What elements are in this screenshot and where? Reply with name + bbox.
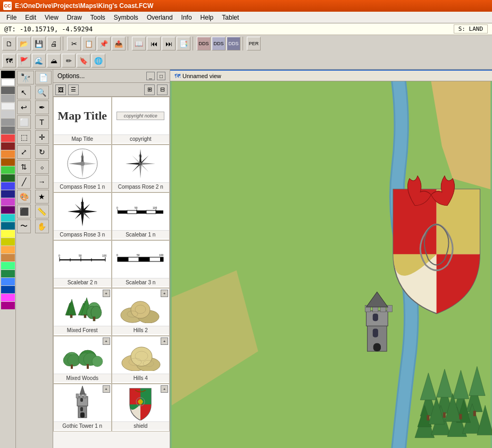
swatch-pink[interactable] [1,294,15,301]
swatch-orange[interactable] [1,150,15,158]
tb-export-button[interactable]: 📤 [112,37,126,50]
tb-save-button[interactable]: 💾 [32,37,46,50]
tb-cut-button[interactable]: ✂ [67,37,81,50]
symbol-mixed-woods[interactable]: + [53,336,112,384]
menu-overland[interactable]: Overland [143,13,177,22]
panel-maximize-btn[interactable]: □ [157,72,165,80]
symbol-mixed-forest[interactable]: + [53,288,112,336]
sp-pen-icon[interactable]: ✒ [35,100,49,114]
swatch-yellow[interactable] [1,230,15,238]
tb-next-button[interactable]: ⏭ [162,37,176,50]
swatch-midgreen[interactable] [1,270,15,277]
tb-bookmark-button[interactable]: 🔖 [77,54,90,67]
sp-rotate-icon[interactable]: ↻ [35,145,49,159]
menu-edit[interactable]: Edit [21,13,40,22]
swatch-purple[interactable] [1,198,15,206]
swatch-gray1[interactable] [1,87,15,94]
swatch-red[interactable] [1,134,15,142]
sp-select-icon[interactable]: ⬚ [17,130,31,144]
swatch-blue[interactable] [1,182,15,190]
tb-mountain-button[interactable]: ⛰ [47,54,61,67]
swatch-gray3[interactable] [1,111,15,118]
sp-measure-icon[interactable]: 📏 [35,205,49,218]
swatch-lightgray[interactable] [1,103,15,110]
tb-dds-button[interactable]: DDS [197,37,211,50]
swatch-cyan[interactable] [1,214,15,222]
symbol-scalebar3[interactable]: 0 50 100 Scalebar 3 n [112,240,170,288]
menu-help[interactable]: Help [196,13,218,22]
swatch-lightorange[interactable] [1,246,15,253]
sp-move-icon[interactable]: ✛ [35,130,49,144]
sp-eraser-icon[interactable]: ⬜ [17,115,31,129]
menu-tablet[interactable]: Tablet [218,13,243,22]
swatch-lightblue[interactable] [1,278,15,285]
symbol-map-title[interactable]: Map Title Map Title [53,97,112,145]
sym-panel-img-btn[interactable]: 🖼 [55,84,66,95]
symbol-hills4[interactable]: + Hills 4 [112,336,170,384]
sp-layer-btn[interactable]: 📄 [35,71,52,84]
symbol-grid-container[interactable]: Map Title Map Title copyright notice cop… [53,97,170,448]
tb-open-button[interactable]: 📂 [17,37,31,50]
menu-tools[interactable]: Tools [86,13,110,22]
tb-pencil-button[interactable]: ✏ [62,54,76,67]
menu-file[interactable]: File [2,13,21,22]
swatch-green[interactable] [1,166,15,174]
map-canvas[interactable] [170,81,492,448]
swatch-darkgreen[interactable] [1,174,15,182]
tb-coast-button[interactable]: 🌊 [32,54,46,67]
symbol-compass2[interactable]: N Compass Rose 2 n [112,145,170,192]
swatch-darkpurple[interactable] [1,206,15,214]
sp-text-icon[interactable]: T [35,115,49,129]
menu-view[interactable]: View [40,13,63,22]
sp-box-icon[interactable]: ⬛ [17,205,31,218]
symbol-copyright[interactable]: copyright notice copyright [112,97,170,145]
swatch-medblue[interactable] [1,286,15,293]
sym-panel-list-btn[interactable]: ☰ [68,84,79,95]
sp-sym-icon[interactable]: ★ [35,190,49,204]
tb-copy-button[interactable]: 📋 [82,37,96,50]
sp-scale-icon[interactable]: ⤢ [17,145,31,159]
tb-map-button[interactable]: 🗺 [2,54,16,67]
sym-panel-grid-btn[interactable]: ⊞ [144,84,155,95]
swatch-white[interactable] [1,79,15,86]
tb-globe-button[interactable]: 🌐 [91,54,105,67]
symbol-hills2[interactable]: + Hills 2 [112,288,170,336]
swatch-tan[interactable] [1,254,15,261]
sp-color-pick-icon[interactable]: 🎨 [17,190,31,204]
tb-flag-button[interactable]: 🚩 [17,54,31,67]
sp-hand-icon[interactable]: ✋ [35,219,49,233]
swatch-brown[interactable] [1,158,15,166]
swatch-lightgreen[interactable] [1,262,15,269]
swatch-magenta[interactable] [1,302,15,309]
swatch-gray2[interactable] [1,95,15,102]
sp-arrow-icon[interactable]: → [35,175,49,189]
tb-paste-button[interactable]: 📌 [97,37,111,50]
swatch-darkcyan[interactable] [1,222,15,230]
panel-minimize-btn[interactable]: _ [146,72,155,80]
menu-info[interactable]: Info [177,13,196,22]
sp-zoom-icon[interactable]: 🔍 [35,86,49,99]
tb-print-button[interactable]: 🖨 [47,37,61,50]
sym-panel-sort-btn[interactable]: ⊟ [157,84,168,95]
tb-prev-button[interactable]: ⏮ [147,37,161,50]
sp-pointer-icon[interactable]: ↖ [17,86,31,99]
swatch-darkred[interactable] [1,142,15,150]
swatch-darkblue[interactable] [1,190,15,198]
menu-draw[interactable]: Draw [63,13,86,22]
symbol-gothic-tower[interactable]: + [53,384,112,432]
sp-node-icon[interactable]: ⬦ [35,160,49,174]
symbol-scalebar1[interactable]: 0 50 100 Scalebar 1 n [112,192,170,240]
symbol-compass3[interactable]: N Compass Rose 3 n [53,192,112,240]
tb-pages-button[interactable]: 📑 [177,37,190,50]
tb-per-button[interactable]: PER [247,37,261,50]
sp-bezier-icon[interactable]: 〜 [17,219,31,233]
tb-book-button[interactable]: 📖 [132,37,146,50]
swatch-black[interactable] [1,71,15,78]
swatch-darkyellow[interactable] [1,238,15,246]
swatch-gray5[interactable] [1,126,15,134]
symbol-scalebar2[interactable]: 0 50 100 Scalebar 2 n [53,240,112,288]
symbol-shield[interactable]: + [112,384,170,432]
tb-new-button[interactable]: 🗋 [2,37,16,50]
sp-view-btn[interactable]: 🔭 [17,71,34,84]
tb-dds3-button[interactable]: DDS [227,37,240,50]
